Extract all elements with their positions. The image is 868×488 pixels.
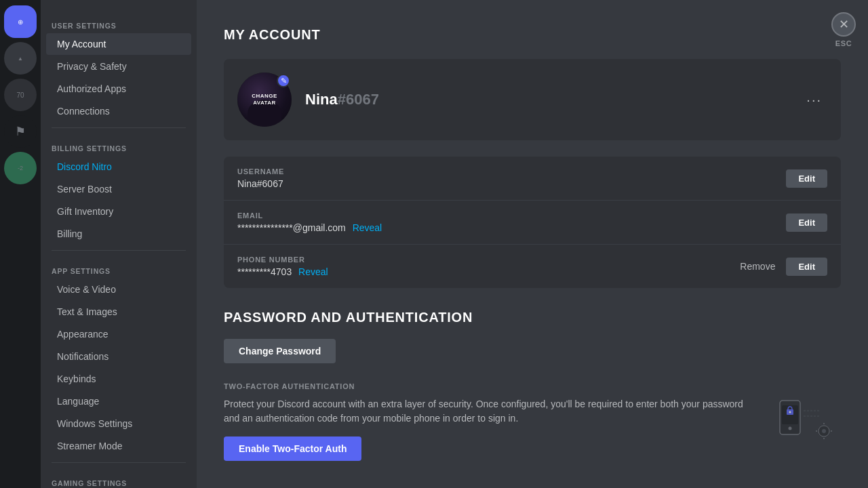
close-button-wrapper[interactable]: ✕ ESC [831,12,856,47]
avatar-wrapper[interactable]: CHANGEAVATAR ✎ [237,73,292,127]
tfa-content: Protect your Discord account with an ext… [224,397,841,461]
close-button[interactable]: ✕ [831,12,856,37]
username-field: USERNAME Nina#6067 [237,167,284,189]
email-actions: Edit [786,214,827,232]
sidebar-item-language[interactable]: Language [46,390,191,412]
enable-tfa-button[interactable]: Enable Two-Factor Auth [224,436,361,461]
sidebar-item-authorized-apps[interactable]: Authorized Apps [46,78,191,100]
sidebar-item-gift-inventory[interactable]: Gift Inventory [46,201,191,222]
phone-reveal-link[interactable]: Reveal [298,266,328,277]
server-icon-3[interactable]: ⚑ [4,115,37,148]
sidebar-divider-1 [52,127,186,128]
sidebar-item-server-boost[interactable]: Server Boost [46,178,191,200]
svg-point-4 [789,411,791,413]
sidebar-item-notifications[interactable]: Notifications [46,346,191,367]
sidebar-item-voice-video[interactable]: Voice & Video [46,279,191,300]
profile-card: CHANGEAVATAR ✎ Nina#6067 ··· [224,59,841,140]
username-row: USERNAME Nina#6067 Edit [224,157,841,201]
server-icon-4[interactable]: -2 [4,152,37,184]
avatar-edit-icon: ✎ [277,74,290,87]
tfa-illustration [760,397,841,451]
email-row: EMAIL ***************@gmail.com Reveal E… [224,201,841,245]
email-reveal-link[interactable]: Reveal [353,222,382,233]
account-info-card: USERNAME Nina#6067 Edit EMAIL **********… [224,157,841,288]
username-actions: Edit [786,169,827,188]
server-icon-2[interactable]: 70 [4,79,37,111]
gaming-settings-label: Gaming Settings [41,468,197,488]
sidebar: User Settings My Account Privacy & Safet… [41,0,197,488]
phone-row: PHONE NUMBER *********4703 Reveal Remove… [224,245,841,288]
home-icon[interactable]: ⊕ [4,5,37,38]
sidebar-item-privacy-safety[interactable]: Privacy & Safety [46,56,191,77]
left-strip: ⊕ ▲ 70 ⚑ -2 [0,0,41,488]
email-field: EMAIL ***************@gmail.com Reveal [237,211,382,233]
email-edit-button[interactable]: Edit [786,214,827,232]
profile-username: Nina#6067 [305,91,379,108]
sidebar-item-discord-nitro[interactable]: Discord Nitro [46,156,191,178]
sidebar-item-appearance[interactable]: Appearance [46,323,191,345]
user-settings-label: User Settings [41,11,197,33]
change-password-button[interactable]: Change Password [224,339,336,363]
phone-edit-button[interactable]: Edit [786,258,827,276]
sidebar-item-my-account[interactable]: My Account [46,33,191,55]
page-title: MY ACCOUNT [224,27,841,43]
sidebar-item-keybinds[interactable]: Keybinds [46,368,191,390]
sidebar-divider-3 [52,462,186,463]
sidebar-item-streamer-mode[interactable]: Streamer Mode [46,435,191,457]
profile-more-button[interactable]: ··· [801,89,827,110]
password-section-title: PASSWORD AND AUTHENTICATION [224,310,841,325]
sidebar-item-connections[interactable]: Connections [46,100,191,122]
app-settings-label: App Settings [41,256,197,278]
tfa-section: TWO-FACTOR AUTHENTICATION Protect your D… [224,382,841,461]
svg-point-8 [822,429,826,433]
svg-point-2 [789,427,792,430]
billing-settings-label: Billing Settings [41,134,197,155]
main-content: MY ACCOUNT CHANGEAVATAR ✎ Nina#6067 ··· … [197,0,868,488]
tfa-description: Protect your Discord account with an ext… [224,397,746,426]
tfa-text-block: Protect your Discord account with an ext… [224,397,746,461]
phone-actions: Remove Edit [734,258,827,276]
sidebar-item-text-images[interactable]: Text & Images [46,301,191,323]
sidebar-divider-2 [52,250,186,251]
phone-remove-button[interactable]: Remove [734,258,781,274]
close-label: ESC [835,39,852,47]
sidebar-item-billing[interactable]: Billing [46,223,191,245]
phone-field: PHONE NUMBER *********4703 Reveal [237,256,328,277]
tfa-title: TWO-FACTOR AUTHENTICATION [224,382,841,390]
server-icon-1[interactable]: ▲ [4,42,37,75]
username-edit-button[interactable]: Edit [786,169,827,188]
sidebar-item-windows-settings[interactable]: Windows Settings [46,413,191,434]
